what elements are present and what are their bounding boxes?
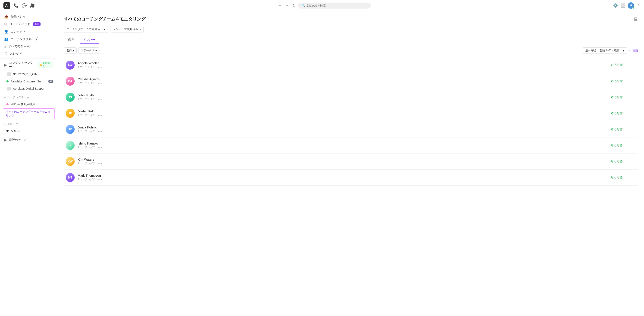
more-icon[interactable]: ⋮ bbox=[637, 3, 640, 8]
sidebar-item-aerolabs-digital[interactable]: ⬜ Aerolabs Digital Support bbox=[0, 85, 58, 92]
refresh-label: 更新 bbox=[632, 49, 638, 52]
member-avatar: CA bbox=[66, 77, 75, 86]
monitor-icon[interactable]: 🖥 bbox=[633, 16, 638, 22]
name-filter-label: 名前 bbox=[66, 49, 72, 52]
sidebar-item-contact-center[interactable]: ▶ コンタクトセンター 🔔 対応可能 bbox=[0, 59, 58, 70]
sort-button[interactable]: 並べ替え：名前 A–Z（昇順） ▾ bbox=[583, 47, 627, 54]
phone-icon[interactable]: 📞 bbox=[14, 3, 18, 8]
member-avatar: IK bbox=[66, 141, 75, 150]
contact-center-label: コンタクトセンター bbox=[9, 61, 36, 69]
sidebar-divider-2 bbox=[0, 93, 58, 93]
tab-members[interactable]: メンバー bbox=[80, 36, 99, 44]
member-name: Jurica Koletić bbox=[78, 126, 610, 129]
coaching-filter-button[interactable]: コーチングチームで絞り込... ▾ bbox=[64, 26, 108, 33]
sidebar-item-launchpad[interactable]: ⊞ ローンチパッド 新着 bbox=[0, 20, 58, 28]
member-sub[interactable]: 1 コーチングチーム ▾ bbox=[78, 97, 610, 101]
sidebar-divider-1 bbox=[0, 58, 58, 58]
member-sub[interactable]: 1 コーチングチーム ▾ bbox=[78, 162, 610, 165]
status-filter-label: ステータス bbox=[81, 49, 94, 52]
member-sub[interactable]: 2 コーチングチーム ▾ bbox=[78, 178, 610, 181]
sub-chevron-icon: ▾ bbox=[101, 162, 102, 165]
sidebar-item-recent[interactable]: ▶ 最近のやりとり bbox=[0, 136, 58, 144]
table-row: AW Angela Whelan 1 コーチングチーム ▾ 対応可能 bbox=[64, 57, 638, 73]
contact-center-icon: ▶ bbox=[4, 63, 7, 67]
sidebar-item-label: コーチンググループ bbox=[11, 37, 38, 41]
filter-member-label: メンバーで絞り込み bbox=[113, 27, 138, 31]
groups-section[interactable]: ▾ グループ bbox=[0, 121, 58, 127]
sub-chevron-icon: ▾ bbox=[101, 146, 102, 149]
sub-chevron-icon: ▾ bbox=[101, 130, 102, 133]
member-sub[interactable]: 1 コーチングチーム ▾ bbox=[78, 130, 610, 133]
topbar-nav-icons: 📞 💬 🎥 bbox=[14, 3, 35, 8]
member-status: 対応可能 bbox=[610, 79, 636, 83]
member-name: Kim Waters bbox=[78, 158, 610, 161]
sidebar-item-all-coaching-monitor[interactable]: すべてのコーチングチームをモニタリング bbox=[3, 108, 55, 119]
sidebar-item-label: ローンチパッド bbox=[9, 22, 30, 26]
sidebar-item-aerolabs-su[interactable]: Aerolabs Customer Su... 81 bbox=[0, 78, 58, 85]
sidebar-item-label: 受信トレイ bbox=[11, 15, 26, 19]
sidebar-item-label: スレッド bbox=[10, 52, 22, 56]
chat-icon[interactable]: 💬 bbox=[22, 3, 26, 8]
member-info: Jurica Koletić 1 コーチングチーム ▾ bbox=[78, 126, 610, 133]
member-avatar: AW bbox=[66, 61, 75, 70]
table-row: IK Ishino Kanako 1 コーチングチーム ▾ 対応可能 bbox=[64, 138, 638, 154]
all-digital-label: すべてのデジタル bbox=[13, 72, 37, 76]
threads-icon: 🗨 bbox=[4, 52, 8, 56]
nav-back-button[interactable]: ← bbox=[277, 2, 282, 8]
member-info: Jordan Fell 1 コーチングチーム ▾ bbox=[78, 109, 610, 117]
sidebar-item-2025[interactable]: 2025年度新入社員 bbox=[0, 101, 58, 108]
sidebar-item-inbox[interactable]: 📥 受信トレイ bbox=[0, 13, 58, 20]
sidebar-item-contacts[interactable]: 👤 コンタクト bbox=[0, 28, 58, 35]
member-filter-button[interactable]: メンバーで絞り込み ▾ bbox=[110, 26, 144, 33]
controls-right: 並べ替え：名前 A–Z（昇順） ▾ ↻ 更新 bbox=[583, 47, 638, 54]
nav-forward-button[interactable]: → bbox=[284, 2, 290, 8]
member-info: Mark Thompson 2 コーチングチーム ▾ bbox=[78, 174, 610, 181]
search-bar[interactable]: 🔍 bbox=[298, 2, 371, 8]
refresh-button[interactable]: ↻ bbox=[292, 2, 296, 9]
inbox-icon: 📥 bbox=[4, 14, 8, 19]
settings-icon[interactable]: ⚙️ bbox=[613, 3, 618, 8]
search-icon: 🔍 bbox=[302, 4, 305, 7]
digital-icon: ⬜ bbox=[6, 72, 11, 76]
sidebar-item-channels[interactable]: # すべてのチャネル bbox=[0, 43, 58, 50]
sidebar-item-threads[interactable]: 🗨 スレッド bbox=[0, 50, 58, 57]
new-badge: 新着 bbox=[33, 22, 40, 26]
member-info: Kim Waters 1 コーチングチーム ▾ bbox=[78, 158, 610, 165]
filter-member-chevron-icon: ▾ bbox=[140, 28, 141, 31]
user-avatar[interactable]: U bbox=[628, 2, 634, 9]
green-dot-icon bbox=[6, 80, 8, 82]
window-icon[interactable]: ⬜ bbox=[620, 3, 625, 8]
video-icon[interactable]: 🎥 bbox=[30, 3, 35, 8]
member-avatar: MT bbox=[66, 173, 75, 182]
coaching-team-section[interactable]: ▾ コーチングチーム bbox=[0, 94, 58, 101]
member-name: Claudia Aguirre bbox=[78, 77, 610, 81]
aerolabs-digital-icon: ⬜ bbox=[6, 87, 11, 91]
launchpad-icon: ⊞ bbox=[4, 22, 7, 26]
sidebar-item-all-digital[interactable]: ⬜ すべてのデジタル bbox=[0, 70, 58, 78]
chevron-down-icon-2: ▾ bbox=[4, 123, 6, 126]
member-info: Claudia Aguirre 2 コーチングチーム ▾ bbox=[78, 77, 610, 85]
tab-calls[interactable]: 通話中 bbox=[64, 36, 80, 44]
refresh-list-button[interactable]: ↻ 更新 bbox=[629, 49, 638, 52]
status-filter-button[interactable]: ステータス ▾ bbox=[78, 47, 99, 54]
sidebar-item-arlbs[interactable]: ARLBS bbox=[0, 127, 58, 134]
sub-chevron-icon: ▾ bbox=[101, 114, 102, 117]
dark-dot-icon bbox=[6, 130, 8, 132]
app-logo[interactable]: AI bbox=[4, 2, 10, 9]
member-name: Angela Whelan bbox=[78, 61, 610, 65]
recent-label: 最近のやりとり bbox=[9, 138, 30, 142]
member-status: 対応可能 bbox=[610, 144, 636, 147]
sidebar-item-coaching-group[interactable]: 👥 コーチンググループ bbox=[0, 35, 58, 43]
tabs-row: 通話中 メンバー bbox=[64, 36, 638, 44]
name-filter-button[interactable]: 名前 ▾ bbox=[64, 47, 76, 54]
table-row: KW Kim Waters 1 コーチングチーム ▾ 対応可能 bbox=[64, 154, 638, 169]
search-input[interactable] bbox=[307, 4, 368, 7]
member-status: 対応可能 bbox=[610, 175, 636, 179]
page-title: すべてのコーチングチームをモニタリング bbox=[64, 16, 146, 22]
member-sub[interactable]: 1 コーチングチーム ▾ bbox=[78, 65, 610, 69]
member-sub[interactable]: 1 コーチングチーム ▾ bbox=[78, 146, 610, 149]
member-name: Jordan Fell bbox=[78, 109, 610, 113]
member-sub[interactable]: 2 コーチングチーム ▾ bbox=[78, 81, 610, 85]
member-status: 対応可能 bbox=[610, 159, 636, 163]
member-sub[interactable]: 1 コーチングチーム ▾ bbox=[78, 114, 610, 117]
